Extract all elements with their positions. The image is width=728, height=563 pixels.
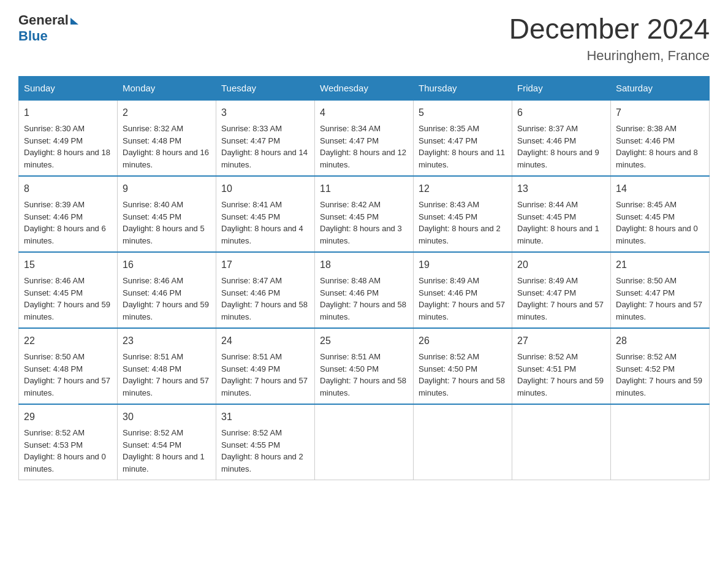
day-number: 31 — [221, 410, 309, 424]
day-info: Sunrise: 8:51 AMSunset: 4:48 PMDaylight:… — [123, 352, 209, 397]
calendar-table: Sunday Monday Tuesday Wednesday Thursday… — [18, 76, 710, 480]
day-number: 7 — [616, 105, 704, 120]
month-title: December 2024 — [509, 12, 710, 45]
day-info: Sunrise: 8:38 AMSunset: 4:46 PMDaylight:… — [616, 124, 698, 169]
day-number: 3 — [221, 105, 309, 120]
table-row: 4 Sunrise: 8:34 AMSunset: 4:47 PMDayligh… — [315, 100, 414, 176]
col-sunday: Sunday — [19, 77, 118, 101]
day-number: 14 — [616, 182, 704, 196]
logo: General Blue — [18, 12, 78, 44]
day-number: 8 — [24, 182, 112, 196]
day-number: 22 — [24, 334, 112, 348]
day-number: 26 — [419, 334, 507, 348]
day-info: Sunrise: 8:34 AMSunset: 4:47 PMDaylight:… — [320, 124, 406, 169]
col-wednesday: Wednesday — [315, 77, 414, 101]
day-number: 1 — [24, 105, 112, 120]
day-number: 18 — [320, 258, 408, 272]
day-info: Sunrise: 8:49 AMSunset: 4:46 PMDaylight:… — [419, 276, 505, 321]
day-info: Sunrise: 8:35 AMSunset: 4:47 PMDaylight:… — [419, 124, 505, 169]
table-row: 1 Sunrise: 8:30 AMSunset: 4:49 PMDayligh… — [19, 100, 118, 176]
day-number: 10 — [221, 182, 309, 196]
table-row: 9 Sunrise: 8:40 AMSunset: 4:45 PMDayligh… — [118, 176, 216, 252]
table-row: 29 Sunrise: 8:52 AMSunset: 4:53 PMDaylig… — [19, 404, 118, 480]
day-number: 21 — [616, 258, 704, 272]
day-info: Sunrise: 8:52 AMSunset: 4:52 PMDaylight:… — [616, 352, 702, 397]
day-number: 16 — [123, 258, 211, 272]
table-row: 26 Sunrise: 8:52 AMSunset: 4:50 PMDaylig… — [414, 328, 512, 404]
day-info: Sunrise: 8:50 AMSunset: 4:48 PMDaylight:… — [24, 352, 110, 397]
day-info: Sunrise: 8:30 AMSunset: 4:49 PMDaylight:… — [24, 124, 110, 169]
day-number: 20 — [517, 258, 605, 272]
table-row: 14 Sunrise: 8:45 AMSunset: 4:45 PMDaylig… — [611, 176, 710, 252]
page-header: General Blue December 2024 Heuringhem, F… — [18, 12, 710, 64]
table-row: 22 Sunrise: 8:50 AMSunset: 4:48 PMDaylig… — [19, 328, 118, 404]
table-row: 16 Sunrise: 8:46 AMSunset: 4:46 PMDaylig… — [118, 252, 216, 328]
week-row: 1 Sunrise: 8:30 AMSunset: 4:49 PMDayligh… — [19, 100, 710, 176]
table-row: 17 Sunrise: 8:47 AMSunset: 4:46 PMDaylig… — [216, 252, 315, 328]
logo-blue-text: Blue — [18, 28, 48, 44]
day-number: 25 — [320, 334, 408, 348]
day-number: 4 — [320, 105, 408, 120]
location-label: Heuringhem, France — [509, 48, 710, 64]
day-number: 27 — [517, 334, 605, 348]
table-row: 25 Sunrise: 8:51 AMSunset: 4:50 PMDaylig… — [315, 328, 414, 404]
day-info: Sunrise: 8:49 AMSunset: 4:47 PMDaylight:… — [517, 276, 604, 321]
table-row: 2 Sunrise: 8:32 AMSunset: 4:48 PMDayligh… — [118, 100, 216, 176]
table-row: 15 Sunrise: 8:46 AMSunset: 4:45 PMDaylig… — [19, 252, 118, 328]
day-info: Sunrise: 8:44 AMSunset: 4:45 PMDaylight:… — [517, 200, 599, 245]
day-info: Sunrise: 8:52 AMSunset: 4:51 PMDaylight:… — [517, 352, 604, 397]
table-row: 8 Sunrise: 8:39 AMSunset: 4:46 PMDayligh… — [19, 176, 118, 252]
col-friday: Friday — [512, 77, 611, 101]
day-info: Sunrise: 8:39 AMSunset: 4:46 PMDaylight:… — [24, 200, 106, 245]
day-number: 6 — [517, 105, 605, 120]
table-row: 30 Sunrise: 8:52 AMSunset: 4:54 PMDaylig… — [118, 404, 216, 480]
table-row: 5 Sunrise: 8:35 AMSunset: 4:47 PMDayligh… — [414, 100, 512, 176]
day-info: Sunrise: 8:46 AMSunset: 4:46 PMDaylight:… — [123, 276, 209, 321]
week-row: 22 Sunrise: 8:50 AMSunset: 4:48 PMDaylig… — [19, 328, 710, 404]
week-row: 29 Sunrise: 8:52 AMSunset: 4:53 PMDaylig… — [19, 404, 710, 480]
day-info: Sunrise: 8:37 AMSunset: 4:46 PMDaylight:… — [517, 124, 599, 169]
day-info: Sunrise: 8:45 AMSunset: 4:45 PMDaylight:… — [616, 200, 698, 245]
logo-arrow-icon — [70, 18, 78, 25]
table-row: 27 Sunrise: 8:52 AMSunset: 4:51 PMDaylig… — [512, 328, 611, 404]
table-row — [611, 404, 710, 480]
week-row: 15 Sunrise: 8:46 AMSunset: 4:45 PMDaylig… — [19, 252, 710, 328]
col-saturday: Saturday — [611, 77, 710, 101]
table-row: 12 Sunrise: 8:43 AMSunset: 4:45 PMDaylig… — [414, 176, 512, 252]
day-number: 5 — [419, 105, 507, 120]
day-number: 24 — [221, 334, 309, 348]
day-number: 30 — [123, 410, 211, 424]
day-info: Sunrise: 8:51 AMSunset: 4:49 PMDaylight:… — [221, 352, 308, 397]
day-info: Sunrise: 8:43 AMSunset: 4:45 PMDaylight:… — [419, 200, 501, 245]
day-number: 15 — [24, 258, 112, 272]
logo-general-text: General — [18, 12, 69, 28]
table-row — [414, 404, 512, 480]
day-number: 2 — [123, 105, 211, 120]
table-row — [315, 404, 414, 480]
col-tuesday: Tuesday — [216, 77, 315, 101]
table-row: 23 Sunrise: 8:51 AMSunset: 4:48 PMDaylig… — [118, 328, 216, 404]
day-info: Sunrise: 8:47 AMSunset: 4:46 PMDaylight:… — [221, 276, 308, 321]
day-info: Sunrise: 8:52 AMSunset: 4:54 PMDaylight:… — [123, 428, 205, 473]
table-row: 19 Sunrise: 8:49 AMSunset: 4:46 PMDaylig… — [414, 252, 512, 328]
day-info: Sunrise: 8:50 AMSunset: 4:47 PMDaylight:… — [616, 276, 702, 321]
day-number: 28 — [616, 334, 704, 348]
day-info: Sunrise: 8:42 AMSunset: 4:45 PMDaylight:… — [320, 200, 402, 245]
title-area: December 2024 Heuringhem, France — [509, 12, 710, 64]
table-row: 18 Sunrise: 8:48 AMSunset: 4:46 PMDaylig… — [315, 252, 414, 328]
day-number: 11 — [320, 182, 408, 196]
day-info: Sunrise: 8:48 AMSunset: 4:46 PMDaylight:… — [320, 276, 406, 321]
col-monday: Monday — [118, 77, 216, 101]
day-info: Sunrise: 8:40 AMSunset: 4:45 PMDaylight:… — [123, 200, 205, 245]
day-number: 17 — [221, 258, 309, 272]
day-info: Sunrise: 8:46 AMSunset: 4:45 PMDaylight:… — [24, 276, 110, 321]
day-number: 12 — [419, 182, 507, 196]
table-row — [512, 404, 611, 480]
table-row: 20 Sunrise: 8:49 AMSunset: 4:47 PMDaylig… — [512, 252, 611, 328]
day-number: 29 — [24, 410, 112, 424]
day-number: 9 — [123, 182, 211, 196]
header-row: Sunday Monday Tuesday Wednesday Thursday… — [19, 77, 710, 101]
day-info: Sunrise: 8:51 AMSunset: 4:50 PMDaylight:… — [320, 352, 406, 397]
day-info: Sunrise: 8:41 AMSunset: 4:45 PMDaylight:… — [221, 200, 303, 245]
day-number: 19 — [419, 258, 507, 272]
